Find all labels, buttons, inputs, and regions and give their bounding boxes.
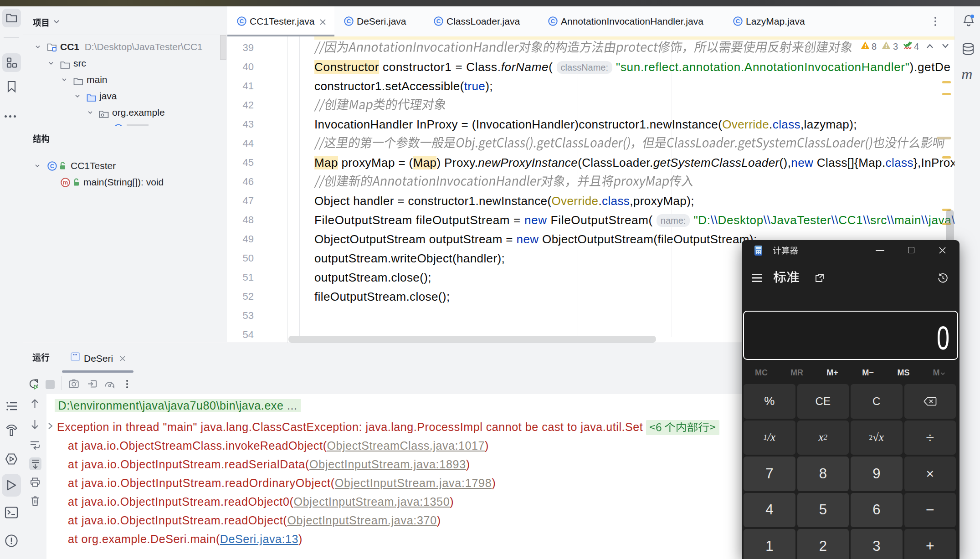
svg-text:C: C (436, 18, 441, 25)
svg-text:C: C (736, 18, 740, 25)
svg-text:C: C (551, 18, 555, 25)
svg-text:C: C (50, 163, 55, 169)
svg-text:m: m (63, 179, 68, 186)
svg-text:C: C (240, 18, 244, 25)
svg-text:C: C (347, 18, 351, 25)
